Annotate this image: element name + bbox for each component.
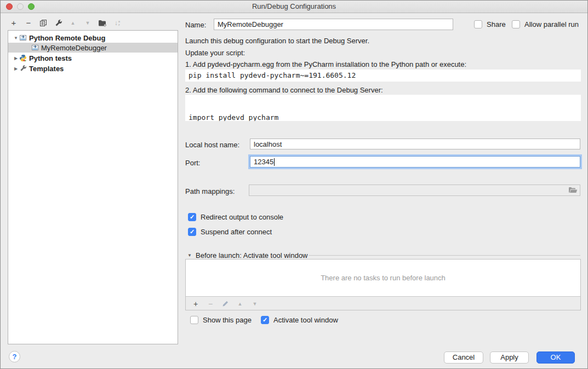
move-up-icon: ▲	[68, 19, 77, 27]
edit-task-icon	[221, 299, 230, 308]
expand-collapse-icon[interactable]: ▶	[13, 56, 19, 61]
tree-item-label: Templates	[29, 65, 64, 73]
tree-item-label: MyRemoteDebugger	[41, 44, 107, 52]
settrace-code-line1: import pydevd_pycharm	[189, 112, 578, 121]
run-debug-configurations-dialog: Run/Debug Configurations + − ▲ ▼	[0, 0, 588, 369]
activate-tool-window-label: Activate tool window	[273, 316, 338, 324]
port-value: 12345	[254, 158, 273, 166]
allow-parallel-run-label: Allow parallel run	[524, 20, 579, 28]
text-caret	[274, 158, 275, 166]
copy-configuration-icon[interactable]	[39, 19, 48, 27]
allow-parallel-run-checkbox-row: Allow parallel run	[512, 20, 579, 28]
add-task-icon[interactable]: +	[191, 299, 200, 308]
name-label: Name:	[185, 21, 206, 29]
tree-item-python-tests[interactable]: ▶ Python tests	[8, 53, 178, 63]
tasks-empty-state: There are no tasks to run before launch	[186, 260, 580, 297]
path-mappings-input[interactable]	[249, 184, 580, 196]
share-checkbox[interactable]	[474, 20, 482, 28]
remote-debug-icon	[19, 34, 27, 42]
python-tests-icon	[19, 54, 27, 62]
window-title: Run/Debug Configurations	[1, 1, 587, 13]
update-script-text: Update your script:	[185, 49, 245, 57]
show-this-page-label: Show this page	[203, 316, 252, 324]
tree-item-myremotedebugger[interactable]: MyRemoteDebugger	[8, 43, 178, 53]
title-bar: Run/Debug Configurations	[1, 1, 587, 13]
pip-install-code: pip install pydevd-pycharm~=191.6605.12	[185, 70, 581, 82]
share-label: Share	[487, 20, 506, 28]
remove-configuration-icon[interactable]: −	[24, 19, 33, 27]
intro-text: Launch this debug configuration to start…	[185, 37, 369, 45]
add-configuration-icon[interactable]: +	[9, 19, 18, 27]
edit-defaults-icon[interactable]	[54, 19, 62, 27]
share-checkbox-row: Share	[474, 20, 506, 28]
before-launch-collapse-icon[interactable]: ▼	[187, 253, 192, 258]
wrench-icon	[19, 65, 27, 72]
port-label: Port:	[185, 159, 200, 167]
redirect-output-checkbox[interactable]: ✓	[188, 213, 196, 221]
remove-task-icon: −	[206, 299, 215, 308]
new-folder-icon[interactable]	[98, 19, 107, 27]
port-input[interactable]: 12345	[250, 156, 580, 168]
activate-tool-window-row: ✓ Activate tool window	[261, 316, 338, 324]
tree-item-label: Python Remote Debug	[29, 34, 105, 42]
apply-button[interactable]: Apply	[490, 351, 529, 364]
local-host-name-input[interactable]	[250, 139, 580, 149]
redirect-output-label: Redirect output to console	[201, 213, 283, 221]
allow-parallel-run-checkbox[interactable]	[512, 20, 520, 28]
move-task-down-icon: ▼	[250, 299, 259, 308]
settrace-code: import pydevd_pycharm pydevd_pycharm.set…	[185, 95, 581, 121]
configurations-tree: ▼ Python Remote Debug MyRemoteDebugger	[8, 30, 178, 344]
tree-item-templates[interactable]: ▶ Templates	[8, 64, 178, 73]
expand-collapse-icon[interactable]: ▼	[13, 36, 19, 41]
browse-folder-icon[interactable]	[568, 187, 578, 194]
tree-item-python-remote-debug[interactable]: ▼ Python Remote Debug	[8, 33, 178, 43]
show-this-page-row: Show this page	[190, 316, 252, 324]
configurations-toolbar: + − ▲ ▼ ↓ az	[9, 18, 122, 28]
tasks-toolbar: + − ▲ ▼	[186, 297, 580, 310]
suspend-after-connect-label: Suspend after connect	[201, 228, 272, 236]
move-task-up-icon: ▲	[236, 299, 244, 308]
expand-collapse-icon[interactable]: ▶	[13, 66, 19, 71]
suspend-after-connect-row: ✓ Suspend after connect	[188, 228, 272, 236]
local-host-name-label: Local host name:	[185, 141, 239, 149]
suspend-after-connect-checkbox[interactable]: ✓	[188, 228, 196, 236]
cancel-button[interactable]: Cancel	[444, 351, 483, 364]
before-launch-title[interactable]: Before launch: Activate tool window	[196, 251, 308, 260]
tree-item-label: Python tests	[29, 54, 72, 62]
before-launch-tasks-panel: There are no tasks to run before launch …	[185, 259, 581, 310]
activate-tool-window-checkbox[interactable]: ✓	[261, 316, 269, 324]
move-down-icon: ▼	[83, 19, 92, 27]
remote-debug-icon	[31, 44, 39, 51]
sort-alphabetically-icon: ↓ az	[113, 19, 122, 27]
ok-button[interactable]: OK	[536, 351, 575, 364]
before-launch-separator	[309, 255, 580, 256]
show-this-page-checkbox[interactable]	[190, 316, 198, 324]
step2-text: 2. Add the following command to connect …	[185, 86, 383, 94]
name-input[interactable]	[214, 19, 453, 30]
redirect-output-row: ✓ Redirect output to console	[188, 213, 283, 221]
step1-text: 1. Add pydevd-pycharm.egg from the PyCha…	[185, 60, 466, 68]
path-mappings-label: Path mappings:	[185, 187, 235, 195]
help-button[interactable]: ?	[9, 351, 20, 362]
